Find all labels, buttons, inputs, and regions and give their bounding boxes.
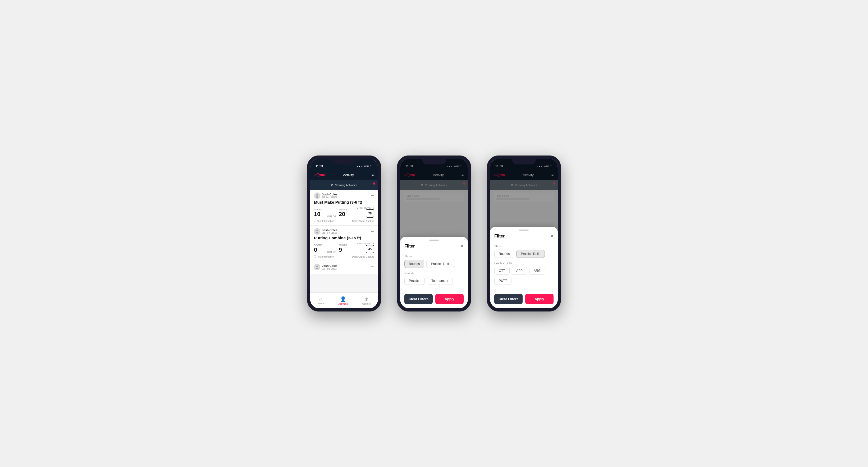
phone-2: 11:33 ▲▲▲ WiFi 51 clippd Activity ≡ ⚙ Vi… bbox=[397, 155, 471, 312]
wifi-icon: WiFi bbox=[364, 165, 369, 168]
apply-btn-2[interactable]: Apply bbox=[435, 294, 464, 304]
svg-point-1 bbox=[316, 196, 318, 198]
rounds-section-label-2: Rounds bbox=[404, 272, 464, 275]
svg-point-4 bbox=[316, 266, 318, 267]
test-info-1[interactable]: ⓘ Test Information bbox=[314, 219, 334, 223]
activity-title-2: Putting Combine (3-15 ft) bbox=[314, 236, 374, 240]
activities-icon: 👤 bbox=[340, 296, 346, 302]
shots-label-2: Shots bbox=[339, 244, 349, 246]
shots-value-1: 20 bbox=[339, 211, 349, 218]
avatar-3 bbox=[314, 264, 320, 270]
logo-1: clippd bbox=[314, 173, 325, 177]
app-btn-3[interactable]: APP bbox=[512, 267, 527, 275]
viewing-label-1: Viewing Activities bbox=[335, 184, 357, 187]
show-label-3: Show bbox=[494, 245, 554, 248]
arg-btn-3[interactable]: ARG bbox=[529, 267, 545, 275]
nav-home[interactable]: ⌂ Home bbox=[317, 296, 324, 305]
quality-label-1: Shot Quality bbox=[357, 207, 374, 209]
user-name-2: Josh Coles bbox=[322, 228, 338, 232]
viewing-bar-1[interactable]: ⚙ Viewing Activities bbox=[310, 180, 378, 190]
avatar-2 bbox=[314, 228, 320, 235]
sheet-footer-3: Clear Filters Apply bbox=[490, 294, 558, 304]
notch-1 bbox=[332, 159, 356, 164]
rounds-tags-2: Practice Tournament bbox=[404, 277, 464, 285]
sheet-body-2: Show Rounds Practice Drills Rounds Pract… bbox=[400, 251, 468, 292]
menu-icon-1[interactable]: ≡ bbox=[372, 173, 374, 177]
settings-icon-1: ⚙ bbox=[331, 184, 334, 187]
red-dot-1 bbox=[373, 183, 375, 185]
avatar-1 bbox=[314, 192, 320, 199]
user-date-2: 28 Feb 2023 bbox=[322, 232, 338, 235]
user-name-3: Josh Coles bbox=[322, 264, 338, 267]
card-footer-2: ⓘ Test Information Data: Clippd Capture bbox=[314, 255, 374, 258]
nav-activities[interactable]: 👤 Activities bbox=[338, 296, 348, 305]
filter-sheet-3: Filter ✕ Show Rounds Practice Drills Pra… bbox=[490, 227, 558, 308]
svg-point-5 bbox=[316, 268, 318, 269]
data-source-2: Data: Clippd Capture bbox=[352, 255, 374, 258]
activity-card-2: Josh Coles 28 Feb 2023 ••• Putting Combi… bbox=[310, 225, 378, 261]
notch-2 bbox=[422, 159, 446, 164]
score-label-1: Score bbox=[314, 208, 324, 211]
quality-label-2: Shot Quality bbox=[357, 242, 374, 245]
status-time-1: 11:33 bbox=[315, 164, 323, 168]
shots-label-1: Shots bbox=[339, 208, 349, 211]
rounds-btn-3[interactable]: Rounds bbox=[494, 250, 514, 258]
activity-title-1: Must Make Putting (3-6 ft) bbox=[314, 200, 374, 205]
user-info-2: Josh Coles 28 Feb 2023 bbox=[314, 228, 338, 235]
show-label-2: Show bbox=[404, 255, 464, 258]
quality-badge-2: 45 bbox=[366, 245, 374, 253]
user-info-1: Josh Coles 28 Feb 2023 bbox=[314, 192, 338, 199]
sheet-header-2: Filter ✕ bbox=[400, 241, 468, 251]
practice-drills-section-label-3: Practice Drills bbox=[494, 261, 554, 265]
practice-btn-2[interactable]: Practice bbox=[404, 277, 425, 285]
home-label: Home bbox=[317, 302, 324, 305]
status-icons-1: ▲▲▲ WiFi 51 bbox=[356, 165, 373, 168]
svg-point-0 bbox=[316, 194, 318, 196]
close-btn-3[interactable]: ✕ bbox=[550, 234, 554, 238]
user-date-3: 28 Feb 2023 bbox=[322, 267, 338, 270]
card-footer-1: ⓘ Test Information Data: Clippd Capture bbox=[314, 219, 374, 223]
out-of-1: OUT OF bbox=[327, 215, 336, 218]
sheet-header-3: Filter ✕ bbox=[490, 230, 558, 241]
phones-container: 11:33 ▲▲▲ WiFi 51 clippd Activity ≡ ⚙ Vi… bbox=[307, 155, 561, 312]
drills-tags-3: OTT APP ARG PUTT bbox=[494, 267, 554, 285]
bottom-nav-1: ⌂ Home 👤 Activities ⊕ Capture bbox=[310, 292, 378, 308]
score-value-2: 0 bbox=[314, 246, 324, 253]
sheet-title-2: Filter bbox=[404, 244, 415, 249]
rounds-btn-2[interactable]: Rounds bbox=[404, 260, 424, 268]
test-info-2[interactable]: ⓘ Test Information bbox=[314, 255, 334, 258]
close-btn-2[interactable]: ✕ bbox=[460, 244, 464, 248]
capture-label: Capture bbox=[362, 303, 371, 305]
more-icon-3[interactable]: ••• bbox=[371, 265, 374, 269]
nav-capture[interactable]: ⊕ Capture bbox=[362, 296, 371, 305]
content-1[interactable]: Josh Coles 28 Feb 2023 ••• Must Make Put… bbox=[310, 190, 378, 292]
show-tags-2: Rounds Practice Drills bbox=[404, 260, 464, 268]
card-header-2: Josh Coles 28 Feb 2023 ••• bbox=[314, 228, 374, 235]
ott-btn-3[interactable]: OTT bbox=[494, 267, 509, 275]
activity-card-3: Josh Coles 28 Feb 2023 ••• bbox=[310, 261, 378, 274]
practice-drills-btn-2[interactable]: Practice Drills bbox=[426, 260, 455, 268]
sheet-footer-2: Clear Filters Apply bbox=[400, 294, 468, 304]
sheet-body-3: Show Rounds Practice Drills Practice Dri… bbox=[490, 241, 558, 292]
svg-point-3 bbox=[316, 232, 318, 234]
show-tags-3: Rounds Practice Drills bbox=[494, 250, 554, 258]
score-label-2: Score bbox=[314, 244, 324, 246]
phone-1: 11:33 ▲▲▲ WiFi 51 clippd Activity ≡ ⚙ Vi… bbox=[307, 155, 381, 312]
app-header-1: clippd Activity ≡ bbox=[310, 169, 378, 180]
header-title-1: Activity bbox=[343, 173, 354, 177]
clear-btn-3[interactable]: Clear Filters bbox=[494, 294, 523, 304]
user-name-1: Josh Coles bbox=[322, 193, 338, 196]
activity-card-1: Josh Coles 28 Feb 2023 ••• Must Make Put… bbox=[310, 190, 378, 225]
more-icon-1[interactable]: ••• bbox=[371, 194, 374, 197]
apply-btn-3[interactable]: Apply bbox=[525, 294, 554, 304]
card-header-1: Josh Coles 28 Feb 2023 ••• bbox=[314, 192, 374, 199]
out-of-2: OUT OF bbox=[327, 251, 336, 253]
more-icon-2[interactable]: ••• bbox=[371, 229, 374, 233]
signal-icon: ▲▲▲ bbox=[356, 165, 363, 168]
clear-btn-2[interactable]: Clear Filters bbox=[404, 294, 433, 304]
sheet-title-3: Filter bbox=[494, 234, 505, 239]
activities-label: Activities bbox=[338, 303, 348, 305]
putt-btn-3[interactable]: PUTT bbox=[494, 277, 512, 285]
practice-drills-btn-3[interactable]: Practice Drills bbox=[516, 250, 545, 258]
tournament-btn-2[interactable]: Tournament bbox=[427, 277, 453, 285]
